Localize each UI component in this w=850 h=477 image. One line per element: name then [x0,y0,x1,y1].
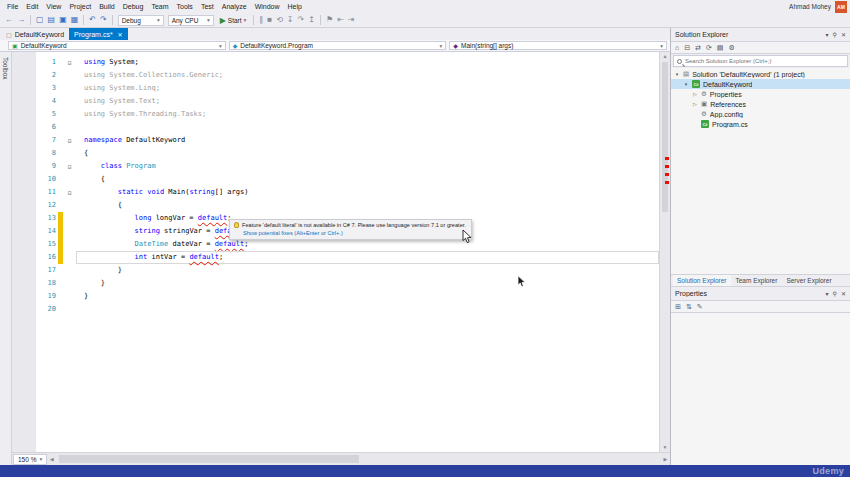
menu-item-build[interactable]: Build [95,2,119,11]
save-all-icon[interactable]: ▦ [71,16,79,24]
tree-item-defaultkeyword[interactable]: ▾C#DefaultKeyword [671,79,850,89]
undo-icon[interactable]: ↶ [89,16,96,24]
pause-icon[interactable]: ∥ [259,16,263,24]
outline-margin[interactable]: ⊟ [63,134,76,147]
properties-icon[interactable]: ⚙ [728,44,734,52]
categorized-icon[interactable]: ⊞ [675,303,681,311]
breakpoint-margin[interactable] [12,186,36,199]
code-line[interactable]: 16 int intVar = default; [12,251,659,264]
refresh-icon[interactable]: ⟳ [706,44,712,52]
save-icon[interactable]: ▣ [59,16,67,24]
menu-item-tools[interactable]: Tools [173,2,197,11]
breakpoint-margin[interactable] [12,95,36,108]
alphabetical-icon[interactable]: ⇅ [686,303,692,311]
expander-icon[interactable]: ▷ [692,101,698,107]
property-pages-icon[interactable]: ✎ [697,303,703,311]
menu-item-window[interactable]: Window [251,2,284,11]
decrease-indent-icon[interactable]: ⇤ [337,16,344,24]
start-button[interactable]: ▶Start▾ [218,16,249,25]
tree-item-app-config[interactable]: ⚙App.config [671,109,850,119]
config-dropdown[interactable]: Debug▾ [118,15,164,26]
breakpoint-margin[interactable] [12,225,36,238]
breakpoint-margin[interactable] [12,69,36,82]
home-icon[interactable]: ⌂ [675,44,679,51]
solution-explorer-header[interactable]: Solution Explorer ▾ ⚲ ✕ [671,28,850,41]
collapse-all-icon[interactable]: ⊟ [684,44,690,52]
expander-icon[interactable]: ▾ [674,71,680,77]
breakpoint-margin[interactable] [12,160,36,173]
lightbulb-icon[interactable] [234,222,239,228]
scroll-down-icon[interactable]: ▼ [660,443,670,452]
tree-item-solution--defaultkeyword---1-project-[interactable]: ▾▤Solution 'DefaultKeyword' (1 project) [671,69,850,79]
breakpoint-margin[interactable] [12,82,36,95]
stop-icon[interactable]: ■ [267,16,272,24]
menu-item-team[interactable]: Team [147,2,172,11]
sync-with-active-document-icon[interactable]: ⇄ [695,44,701,52]
show-all-files-icon[interactable]: ▤ [717,44,724,52]
code-line[interactable]: 10 { [12,173,659,186]
code-line[interactable]: 6 [12,121,659,134]
member-dropdown[interactable]: ◆ Main(string[] args) ▾ [449,41,667,50]
menu-item-file[interactable]: File [3,2,22,11]
code-line[interactable]: 3using System.Linq; [12,82,659,95]
code-line[interactable]: 12 { [12,199,659,212]
breakpoint-margin[interactable] [12,134,36,147]
toolbox-tab[interactable]: Toolbox [0,52,12,465]
tree-item-program-cs[interactable]: C#Program.cs [671,119,850,129]
code-area[interactable]: 1⊟using System;2using System.Collections… [12,52,659,452]
panel-tab-solution-explorer[interactable]: Solution Explorer [673,275,731,286]
code-line[interactable]: 2using System.Collections.Generic; [12,69,659,82]
type-dropdown[interactable]: ◆ DefaultKeyword.Program ▾ [229,41,447,50]
code-line[interactable]: 9⊟ class Program [12,160,659,173]
expander-icon[interactable]: ▾ [683,81,689,87]
restart-icon[interactable]: ⟲ [276,16,283,24]
search-input[interactable] [685,58,844,64]
zoom-control[interactable]: 150 % ▾ [13,454,47,465]
close-icon[interactable]: ✕ [841,290,846,297]
code-editor[interactable]: 1⊟using System;2using System.Collections… [12,52,670,465]
code-line[interactable]: 20 [12,303,659,316]
code-line[interactable]: 1⊟using System; [12,56,659,69]
code-line[interactable]: 18 } [12,277,659,290]
breakpoint-margin[interactable] [12,303,36,316]
step-out-icon[interactable]: ↥ [308,16,315,24]
menu-item-test[interactable]: Test [197,2,218,11]
close-icon[interactable]: ✕ [118,31,123,38]
code-line[interactable]: 17 } [12,264,659,277]
increase-indent-icon[interactable]: ⇥ [348,16,355,24]
se-search-box[interactable] [673,55,848,67]
redo-icon[interactable]: ↷ [100,16,107,24]
breakpoint-margin[interactable] [12,290,36,303]
navigate-forward-icon[interactable]: → [17,16,25,24]
step-into-icon[interactable]: ↧ [287,16,294,24]
scroll-up-icon[interactable]: ▲ [660,52,670,61]
chevron-down-icon[interactable]: ▾ [826,290,829,297]
panel-tab-server-explorer[interactable]: Server Explorer [782,275,835,286]
outline-margin[interactable]: ⊟ [63,186,76,199]
menu-item-edit[interactable]: Edit [22,2,42,11]
vertical-scrollbar[interactable]: ▲ ▼ [659,52,670,452]
breakpoint-margin[interactable] [12,108,36,121]
chevron-down-icon[interactable]: ▾ [826,31,829,38]
avatar[interactable]: AM [835,1,847,13]
breakpoint-margin[interactable] [12,147,36,160]
properties-header[interactable]: Properties ▾ ⚲ ✕ [671,287,850,300]
code-line[interactable]: 19} [12,290,659,303]
tab-programcs[interactable]: Program.cs*✕ [69,28,128,40]
navigate-back-icon[interactable]: ← [5,16,13,24]
pin-icon[interactable]: ⚲ [833,31,837,38]
horizontal-scroll-thumb[interactable] [59,455,359,463]
new-file-icon[interactable]: ▢ [36,16,44,24]
code-line[interactable]: 11⊟ static void Main(string[] args) [12,186,659,199]
menu-item-help[interactable]: Help [284,2,306,11]
menu-item-analyze[interactable]: Analyze [218,2,251,11]
outline-margin[interactable]: ⊟ [63,160,76,173]
tree-item-properties[interactable]: ▷⚙Properties [671,89,850,99]
pin-icon[interactable]: ⚲ [833,290,837,297]
breakpoint-margin[interactable] [12,264,36,277]
breakpoint-margin[interactable] [12,238,36,251]
menu-item-view[interactable]: View [42,2,65,11]
expander-icon[interactable]: ▷ [692,91,698,97]
outline-margin[interactable]: ⊟ [63,56,76,69]
breakpoint-margin[interactable] [12,56,36,69]
